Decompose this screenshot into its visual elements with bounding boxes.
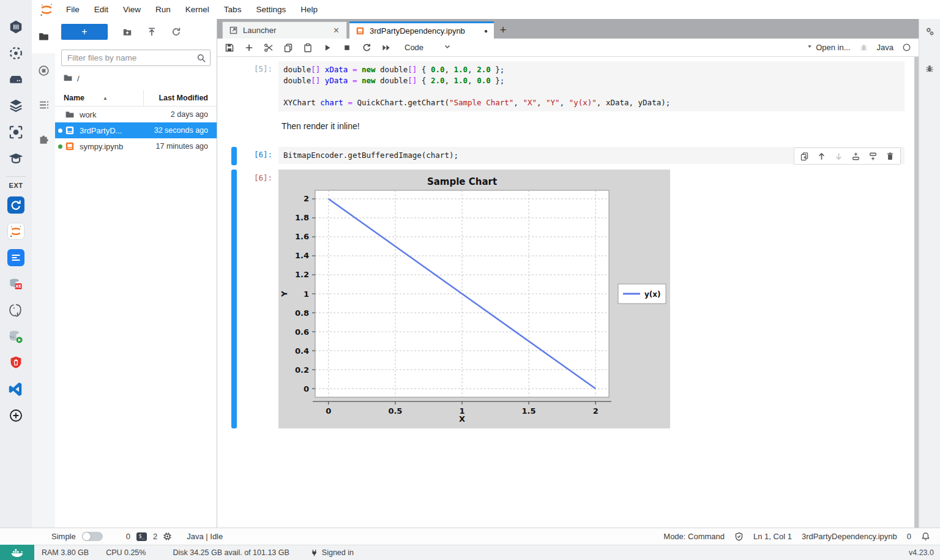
menu-run[interactable]: Run [148, 1, 178, 19]
tab-launcher[interactable]: Launcher × [222, 21, 347, 39]
code-cell-6[interactable]: [6]: BitmapEncoder.getBufferedImage(char… [217, 147, 905, 164]
sidebar-tab-table-of-contents[interactable] [32, 88, 55, 122]
code-cell-5[interactable]: [5]: double[] xData = new double[] { 0.0… [217, 61, 905, 111]
database-run-ext-icon[interactable] [0, 323, 32, 349]
vscode-ext-icon[interactable] [0, 376, 32, 402]
volumes-icon[interactable] [0, 66, 32, 92]
insert-above-icon[interactable] [851, 152, 860, 161]
notebook-content: [5]: double[] xData = new double[] { 0.0… [217, 57, 914, 528]
markdown-cell[interactable]: Then render it inline! [217, 121, 905, 131]
run-all-icon[interactable] [381, 43, 391, 53]
cell-type-dropdown[interactable]: Code [405, 43, 423, 52]
output-collapser[interactable] [231, 170, 237, 428]
close-icon[interactable]: × [332, 25, 340, 36]
file-row-sympy-ipynb[interactable]: sympy.ipynb17 minutes ago [55, 138, 217, 154]
containers-icon[interactable] [0, 13, 32, 40]
menu-edit[interactable]: Edit [87, 1, 116, 19]
menu-file[interactable]: File [59, 1, 87, 19]
kernel-status-icon[interactable] [902, 43, 911, 52]
breadcrumb-root[interactable]: / [77, 74, 80, 83]
copy-icon[interactable] [283, 43, 293, 53]
svg-text:0.5: 0.5 [388, 406, 402, 416]
filter-files-input[interactable] [61, 50, 211, 66]
output-cell-6: [6]: 00.511.5200.20.40.60.811.21.41.61.8… [217, 170, 905, 428]
builds-icon[interactable] [0, 92, 32, 119]
new-tab-button[interactable]: + [494, 21, 512, 39]
property-inspector-icon[interactable] [919, 26, 940, 37]
security-ext-icon[interactable] [0, 349, 32, 376]
bell-icon[interactable] [921, 532, 930, 541]
kernel-sessions-icon[interactable] [163, 532, 172, 541]
breadcrumb[interactable]: / [63, 73, 217, 84]
cut-icon[interactable] [264, 43, 274, 53]
notifications-count[interactable]: 0 [907, 532, 911, 541]
svg-text:1.8: 1.8 [295, 213, 309, 222]
new-folder-icon[interactable] [122, 27, 132, 37]
docker-badge[interactable] [0, 545, 34, 560]
column-header-last-modified[interactable]: Last Modified [143, 90, 217, 106]
logs-ext-icon[interactable] [0, 244, 32, 271]
kernel-status-text[interactable]: Java | Idle [187, 532, 223, 541]
chevron-down-icon[interactable] [443, 42, 452, 53]
refresh-icon[interactable] [171, 27, 181, 37]
delete-icon[interactable] [886, 152, 895, 161]
new-launcher-button[interactable]: + [61, 24, 108, 40]
column-header-name[interactable]: Name ▲ [55, 94, 143, 102]
extensions-section-label: EXT [0, 182, 32, 189]
ram-usage: RAM 3.80 GB [42, 548, 89, 557]
menu-settings[interactable]: Settings [248, 1, 293, 19]
menu-view[interactable]: View [116, 1, 148, 19]
move-up-icon[interactable] [817, 152, 826, 161]
simple-mode-toggle[interactable] [82, 532, 103, 541]
duplicate-icon[interactable] [800, 152, 809, 161]
debugger-icon[interactable] [859, 43, 868, 52]
jupyter-ext-icon[interactable] [0, 218, 32, 244]
run-icon[interactable] [323, 43, 332, 53]
oracle-xe-ext-icon[interactable]: XE [0, 271, 32, 297]
insert-below-icon[interactable] [868, 152, 878, 161]
learn-icon[interactable] [0, 145, 32, 171]
mode-indicator[interactable]: Mode: Command [663, 532, 725, 541]
file-row-3rdpartyd-[interactable]: 3rdPartyD...32 seconds ago [55, 122, 217, 138]
openshift-ext-icon[interactable] [0, 192, 32, 218]
menu-help[interactable]: Help [293, 1, 325, 19]
scan-icon[interactable] [0, 119, 32, 145]
tab-notebook[interactable]: 3rdPartyDependency.ipynb ● [349, 21, 494, 39]
paste-icon[interactable] [303, 43, 313, 53]
sidebar-tab-extensions[interactable] [32, 122, 55, 156]
stop-icon[interactable] [342, 43, 352, 53]
trusted-notebook-icon[interactable] [734, 532, 744, 541]
postgresql-ext-icon[interactable] [0, 297, 32, 323]
cursor-position[interactable]: Ln 1, Col 1 [753, 532, 792, 541]
kernel-name-button[interactable]: Java [877, 43, 893, 52]
file-row-work[interactable]: work2 days ago [55, 106, 217, 122]
restart-icon[interactable] [362, 43, 371, 53]
plug-icon [310, 549, 318, 557]
vertical-scrollbar[interactable] [914, 57, 919, 528]
debugger-panel-icon[interactable] [919, 64, 940, 73]
menu-bar: FileEditViewRunKernelTabsSettingsHelp [32, 0, 940, 20]
insert-cell-icon[interactable] [244, 43, 254, 53]
status-bar: Simple 0 $_ 2 Java | Idle Mode: Command … [0, 528, 940, 545]
move-down-icon[interactable] [834, 152, 843, 161]
menu-kernel[interactable]: Kernel [178, 1, 217, 19]
svg-text:Y: Y [280, 291, 289, 297]
sidebar-tab-strip [32, 19, 55, 528]
sidebar-tab-running-kernels[interactable] [32, 53, 55, 88]
upload-icon[interactable] [147, 27, 157, 37]
images-icon[interactable] [0, 40, 32, 66]
input-prompt: [5]: [217, 64, 272, 73]
output-prompt: [6]: [217, 173, 272, 182]
active-filename[interactable]: 3rdPartyDependency.ipynb [802, 532, 897, 541]
add-extension-icon[interactable] [0, 402, 32, 428]
menu-tabs[interactable]: Tabs [217, 1, 249, 19]
system-status-bar: RAM 3.80 GB CPU 0.25% Disk 34.25 GB avai… [0, 545, 940, 560]
code-editor[interactable]: double[] xData = new double[] { 0.0, 1.0… [278, 61, 905, 111]
code-editor[interactable]: BitmapEncoder.getBufferedImage(chart); [278, 147, 905, 164]
save-icon[interactable] [225, 43, 234, 53]
terminal-icon[interactable]: $_ [136, 532, 147, 541]
open-in-dropdown[interactable]: Open in... [806, 43, 850, 52]
sidebar-tab-file-browser[interactable] [32, 19, 55, 53]
kernels-count[interactable]: 2 [153, 532, 157, 541]
terminals-count[interactable]: 0 [126, 532, 130, 541]
